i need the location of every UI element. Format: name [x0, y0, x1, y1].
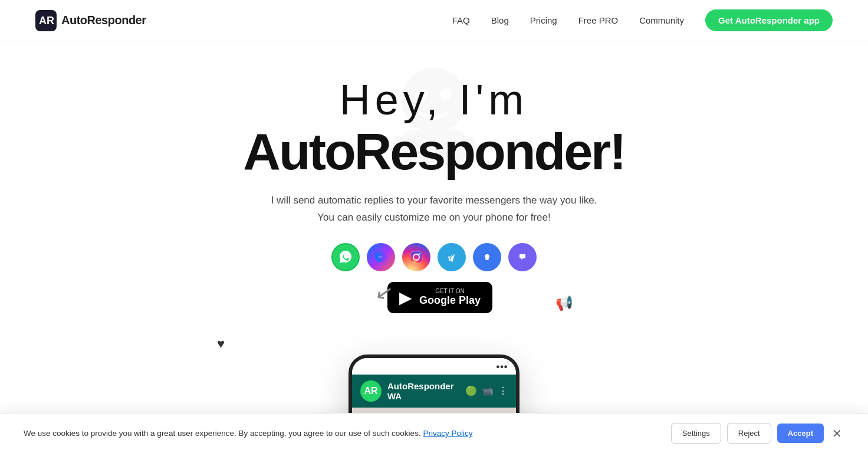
wa-contact-name: AutoResponder WA [387, 381, 459, 401]
nav-free-pro[interactable]: Free PRO [578, 15, 619, 25]
cookie-accept-button[interactable]: Accept [777, 424, 824, 443]
curved-arrow-icon: ↙ [374, 280, 395, 304]
cookie-banner: We use cookies to provide you with a gre… [0, 413, 868, 453]
cookie-close-button[interactable]: ✕ [830, 424, 844, 443]
logo-text: AutoResponder [61, 14, 146, 27]
hero-subtitle-line1: I will send automatic replies to your fa… [271, 195, 597, 206]
nav-links: FAQ Blog Pricing Free PRO Community Get … [452, 15, 833, 26]
phone-status-bar: ●●● [352, 358, 516, 375]
hero-subtitle-line2: You can easily customize me on your phon… [317, 212, 550, 223]
hero-section: Hey, I'm AutoResponder! I will send auto… [0, 41, 868, 337]
get-app-button[interactable]: Get AutoResponder app [705, 9, 833, 31]
cookie-settings-button[interactable]: Settings [671, 423, 721, 444]
telegram-icon [438, 243, 466, 271]
signal-icon [473, 243, 501, 271]
nav-faq[interactable]: FAQ [452, 15, 470, 25]
svg-rect-8 [410, 251, 422, 263]
whatsapp-icon [331, 243, 360, 271]
svg-text:AR: AR [39, 15, 54, 27]
logo-icon: AR [35, 10, 57, 31]
wa-more-icon: ⋮ [498, 385, 508, 396]
instagram-icon [402, 243, 430, 271]
messenger-icon [367, 243, 395, 271]
wa-online-icon: 🟢 [465, 385, 477, 396]
cookie-reject-button[interactable]: Reject [727, 423, 771, 444]
cta-area: ↙ ▶ GET IT ON Google Play [12, 277, 856, 313]
wa-video-icon: 📹 [482, 385, 494, 396]
hero-subtitle: I will send automatic replies to your fa… [12, 192, 856, 226]
hero-title-line1: Hey, I'm [12, 77, 856, 123]
wa-chat-header: AR AutoResponder WA 🟢 📹 ⋮ [352, 375, 516, 408]
privacy-policy-link[interactable]: Privacy Policy [423, 429, 472, 438]
wa-avatar: AR [360, 380, 382, 402]
logo-link[interactable]: AR AutoResponder [35, 10, 146, 31]
wa-header-icons: 🟢 📹 ⋮ [465, 385, 508, 396]
heart-icon: ♥ [217, 336, 225, 352]
viber-icon [508, 243, 537, 271]
cookie-text: We use cookies to provide you with a gre… [24, 429, 659, 438]
cookie-buttons: Settings Reject Accept ✕ [671, 423, 844, 444]
nav-pricing[interactable]: Pricing [530, 15, 557, 25]
play-store-icon: ▶ [399, 288, 412, 307]
hero-title-line2: AutoResponder! [12, 123, 856, 180]
navigation: AR AutoResponder FAQ Blog Pricing Free P… [0, 0, 868, 41]
play-text: GET IT ON Google Play [419, 288, 481, 307]
hero-title: Hey, I'm AutoResponder! [12, 77, 856, 180]
messenger-icons-row [12, 243, 856, 271]
nav-community[interactable]: Community [639, 15, 684, 25]
google-play-button[interactable]: ▶ GET IT ON Google Play [387, 282, 492, 313]
nav-blog[interactable]: Blog [491, 15, 509, 25]
svg-point-14 [485, 254, 489, 259]
svg-point-11 [419, 253, 420, 254]
